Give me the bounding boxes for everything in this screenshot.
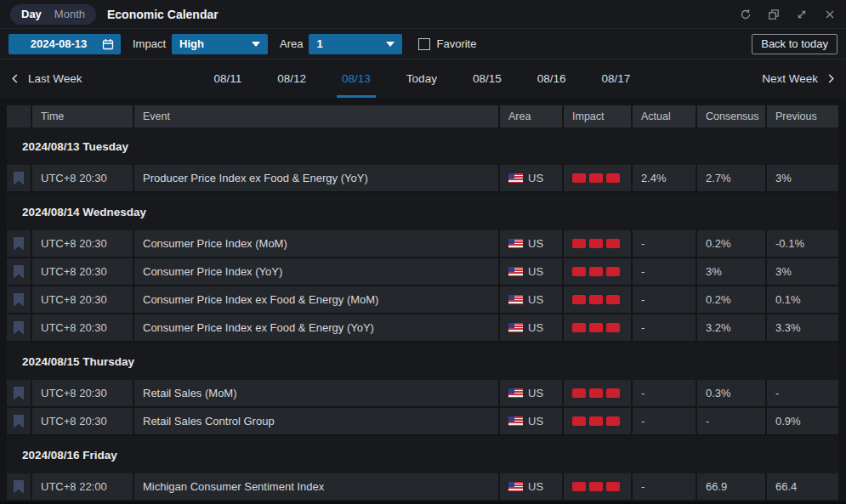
area-label: US: [528, 415, 543, 428]
event-cell: Retail Sales (MoM): [134, 380, 498, 406]
table-row[interactable]: UTC+8 22:00 Michigan Consumer Sentiment …: [7, 473, 838, 500]
chevron-right-icon: [826, 73, 836, 84]
refresh-icon[interactable]: [740, 8, 752, 20]
day-tab-08-16[interactable]: 08/16: [532, 59, 571, 98]
favorite-checkbox[interactable]: Favorite: [418, 37, 476, 50]
area-label: US: [528, 387, 543, 399]
table-row[interactable]: UTC+8 20:30 Consumer Price Index (YoY) U…: [7, 258, 838, 285]
impact-bar: [606, 388, 620, 398]
day-tab-08-13[interactable]: 08/13: [337, 59, 376, 98]
date-group-header: 2024/08/14 Wednesday: [7, 193, 838, 230]
day-tab-08-17[interactable]: 08/17: [596, 59, 635, 98]
previous-cell: 3.3%: [767, 314, 838, 341]
impact-label: Impact: [133, 37, 166, 50]
view-tab-month[interactable]: Month: [54, 8, 85, 20]
page-title: Economic Calendar: [107, 8, 219, 21]
consensus-cell: 2.7%: [697, 165, 765, 191]
event-cell: Consumer Price Index (MoM): [134, 230, 498, 257]
column-header-consensus: Consensus: [697, 105, 765, 127]
day-tab-08-11[interactable]: 08/11: [208, 59, 247, 98]
time-cell: UTC+8 22:00: [32, 473, 133, 500]
impact-cell: [564, 314, 631, 341]
us-flag-icon: [508, 416, 523, 426]
bookmark-column-header: [7, 105, 31, 127]
view-toggle: DayMonth: [10, 4, 96, 25]
area-label: US: [528, 321, 543, 334]
view-tab-day[interactable]: Day: [21, 8, 42, 20]
time-cell: UTC+8 20:30: [32, 314, 133, 341]
impact-bar: [589, 323, 603, 332]
bookmark-icon: [14, 480, 24, 494]
date-group-header: 2024/08/15 Thursday: [7, 343, 838, 380]
impact-bars-icon: [572, 482, 620, 491]
chevron-down-icon: [386, 42, 395, 47]
bookmark-cell[interactable]: [7, 258, 31, 285]
impact-bars-icon: [572, 239, 620, 248]
actual-cell: -: [633, 258, 696, 285]
table-row[interactable]: UTC+8 20:30 Consumer Price Index ex Food…: [7, 314, 838, 341]
column-header-actual: Actual: [633, 105, 696, 127]
previous-cell: 0.9%: [767, 408, 838, 434]
table-row[interactable]: UTC+8 20:30 Retail Sales (MoM) US - 0.3%…: [7, 380, 838, 406]
expand-icon[interactable]: [796, 8, 808, 20]
date-value: 2024-08-13: [15, 37, 102, 50]
close-icon[interactable]: [824, 8, 836, 20]
next-week-button[interactable]: Next Week: [762, 72, 836, 85]
impact-bars-icon: [572, 323, 620, 332]
column-header-impact: Impact: [564, 105, 631, 127]
favorite-label: Favorite: [436, 37, 476, 50]
impact-cell: [564, 165, 631, 191]
table-row[interactable]: UTC+8 20:30 Producer Price Index ex Food…: [7, 165, 838, 191]
area-value: 1: [316, 37, 381, 50]
impact-bar: [606, 295, 620, 304]
impact-bar: [572, 239, 586, 248]
day-tab-08-15[interactable]: 08/15: [468, 59, 507, 98]
impact-cell: [564, 258, 631, 285]
actual-cell: -: [633, 314, 696, 341]
filter-bar: 2024-08-13 Impact High Area 1 Favorite B…: [0, 29, 846, 59]
area-label: US: [528, 172, 543, 184]
bookmark-cell[interactable]: [7, 165, 31, 191]
restore-icon[interactable]: [768, 8, 780, 20]
area-cell: US: [500, 473, 562, 500]
last-week-label: Last Week: [28, 72, 82, 85]
area-cell: US: [500, 230, 562, 257]
chevron-left-icon: [10, 73, 20, 84]
us-flag-icon: [508, 173, 523, 183]
consensus-cell: 3%: [697, 258, 765, 285]
day-tab-today[interactable]: Today: [401, 59, 442, 98]
bookmark-icon: [14, 265, 24, 279]
window-controls: [740, 8, 836, 20]
bookmark-cell[interactable]: [7, 408, 31, 434]
group-date-label: 2024/08/16 Friday: [22, 449, 117, 462]
day-tab-08-12[interactable]: 08/12: [272, 59, 311, 98]
actual-cell: 2.4%: [633, 165, 696, 191]
time-cell: UTC+8 20:30: [32, 230, 133, 257]
previous-cell: 66.4: [767, 473, 838, 500]
week-navigation: Last Week 08/1108/1208/13Today08/1508/16…: [0, 59, 846, 98]
impact-select[interactable]: High: [172, 34, 268, 54]
bookmark-cell[interactable]: [7, 314, 31, 341]
bookmark-cell[interactable]: [7, 473, 31, 500]
bookmark-cell[interactable]: [7, 230, 31, 257]
us-flag-icon: [508, 482, 523, 491]
bookmark-cell[interactable]: [7, 286, 31, 313]
table-row[interactable]: UTC+8 20:30 Consumer Price Index ex Food…: [7, 286, 838, 313]
table-row[interactable]: UTC+8 20:30 Retail Sales Control Group U…: [7, 408, 838, 434]
area-cell: US: [500, 165, 562, 191]
bookmark-icon: [14, 172, 24, 185]
impact-bar: [589, 239, 603, 248]
area-label: US: [528, 237, 543, 250]
date-picker[interactable]: 2024-08-13: [9, 34, 121, 54]
back-to-today-button[interactable]: Back to today: [752, 34, 837, 54]
column-header-area: Area: [500, 105, 562, 127]
table-row[interactable]: UTC+8 20:30 Consumer Price Index (MoM) U…: [7, 230, 838, 257]
time-cell: UTC+8 20:30: [32, 258, 133, 285]
bookmark-cell[interactable]: [7, 380, 31, 406]
last-week-button[interactable]: Last Week: [10, 72, 82, 85]
previous-cell: -: [767, 380, 838, 406]
area-select[interactable]: 1: [309, 34, 402, 54]
us-flag-icon: [508, 388, 523, 398]
event-cell: Producer Price Index ex Food & Energy (Y…: [134, 165, 498, 191]
date-group-header: 2024/08/13 Tuesday: [7, 127, 838, 165]
